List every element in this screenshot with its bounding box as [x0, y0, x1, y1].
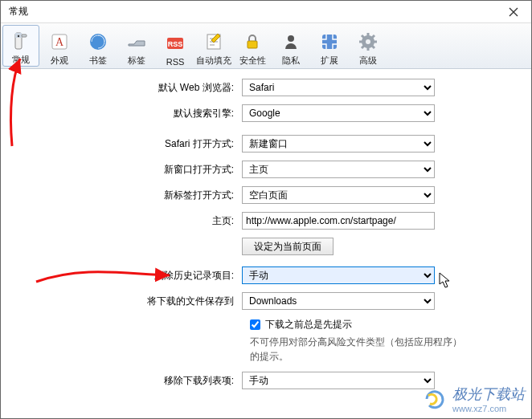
tab-label: 自动填充 [196, 55, 231, 67]
window-title: 常规 [9, 5, 28, 18]
bookmarks-icon [87, 31, 109, 53]
new-tab-select[interactable]: 空白页面 [242, 186, 435, 204]
tab-tabs[interactable]: 标签 [118, 25, 155, 67]
rss-icon: RSS [164, 33, 186, 55]
new-window-select[interactable]: 主页 [242, 161, 435, 178]
close-icon [509, 7, 518, 17]
svg-line-19 [362, 35, 364, 38]
autofill-icon [203, 31, 225, 53]
appearance-icon: A [48, 31, 71, 53]
extensions-icon [318, 31, 341, 53]
tab-privacy[interactable]: 隐私 [272, 25, 309, 67]
tab-extensions[interactable]: 扩展 [311, 25, 348, 67]
save-downloads-label: 将下载的文件保存到 [33, 295, 242, 308]
watermark-icon [424, 388, 448, 409]
svg-point-11 [288, 35, 294, 42]
tab-label: RSS [166, 57, 185, 67]
svg-line-21 [362, 46, 364, 48]
svg-point-2 [18, 35, 19, 37]
svg-rect-10 [248, 41, 257, 48]
prompt-before-download[interactable]: 下载之前总是先提示 [250, 318, 515, 332]
svg-point-14 [366, 39, 370, 44]
tab-autofill[interactable]: 自动填充 [195, 25, 232, 67]
prompt-before-download-checkbox[interactable] [250, 319, 260, 330]
remove-history-select[interactable]: 手动 [242, 266, 435, 284]
new-window-label: 新窗口打开方式: [33, 163, 242, 177]
svg-text:A: A [55, 36, 64, 48]
svg-point-6 [90, 34, 106, 50]
remove-download-list-label: 移除下载列表项: [33, 374, 242, 388]
set-current-page-button[interactable]: 设定为当前页面 [242, 238, 334, 255]
safari-open-label: Safari 打开方式: [33, 137, 242, 151]
safari-open-select[interactable]: 新建窗口 [242, 135, 435, 153]
save-downloads-select[interactable]: Downloads [242, 292, 435, 310]
preferences-toolbar: 常规 A 外观 书签 标签 RSS RSS 自动填充 安全性 [1, 23, 531, 69]
default-browser-select[interactable]: Safari [242, 79, 435, 96]
tab-label: 标签 [128, 55, 145, 67]
default-search-label: 默认搜索引擎: [33, 107, 242, 120]
svg-rect-12 [322, 35, 337, 49]
tab-label: 常规 [12, 54, 30, 66]
svg-text:RSS: RSS [168, 40, 183, 48]
tab-label: 书签 [89, 55, 107, 67]
title-bar: 常规 [1, 1, 531, 23]
homepage-label: 主页: [33, 214, 242, 228]
gear-icon [357, 31, 379, 53]
prompt-before-download-label: 下载之前总是先提示 [265, 318, 352, 332]
svg-rect-3 [22, 35, 27, 37]
tab-bookmarks[interactable]: 书签 [80, 25, 117, 67]
watermark-url: www.xz7.com [452, 404, 525, 413]
lock-icon [241, 31, 264, 53]
tab-label: 安全性 [239, 55, 266, 67]
default-browser-label: 默认 Web 浏览器: [33, 81, 242, 95]
svg-line-22 [372, 35, 374, 38]
tab-label: 外观 [51, 55, 68, 67]
privacy-icon [280, 31, 302, 53]
download-note: 不可停用对部分高风险文件类型（包括应用程序）的提示。 [250, 335, 467, 364]
general-icon [10, 30, 32, 52]
tab-general[interactable]: 常规 [2, 25, 39, 67]
general-pane: 默认 Web 浏览器: Safari 默认搜索引擎: Google Safari… [1, 69, 531, 419]
close-button[interactable] [501, 3, 526, 21]
tab-label: 扩展 [321, 55, 338, 67]
watermark: 极光下载站 www.xz7.com [424, 384, 525, 413]
remove-history-label: 删除历史记录项目: [33, 269, 242, 283]
watermark-brand: 极光下载站 [452, 386, 525, 402]
tab-advanced[interactable]: 高级 [350, 25, 387, 67]
tab-label: 高级 [359, 55, 377, 67]
homepage-input[interactable] [242, 212, 435, 230]
tab-security[interactable]: 安全性 [234, 25, 271, 67]
tab-rss[interactable]: RSS RSS [157, 25, 194, 67]
svg-line-20 [372, 46, 374, 48]
tab-appearance[interactable]: A 外观 [41, 25, 78, 67]
remove-download-list-select[interactable]: 手动 [242, 372, 435, 389]
default-search-select[interactable]: Google [242, 104, 435, 122]
tabs-icon [125, 31, 148, 53]
tab-label: 隐私 [282, 55, 300, 67]
new-tab-label: 新标签打开方式: [33, 189, 242, 202]
